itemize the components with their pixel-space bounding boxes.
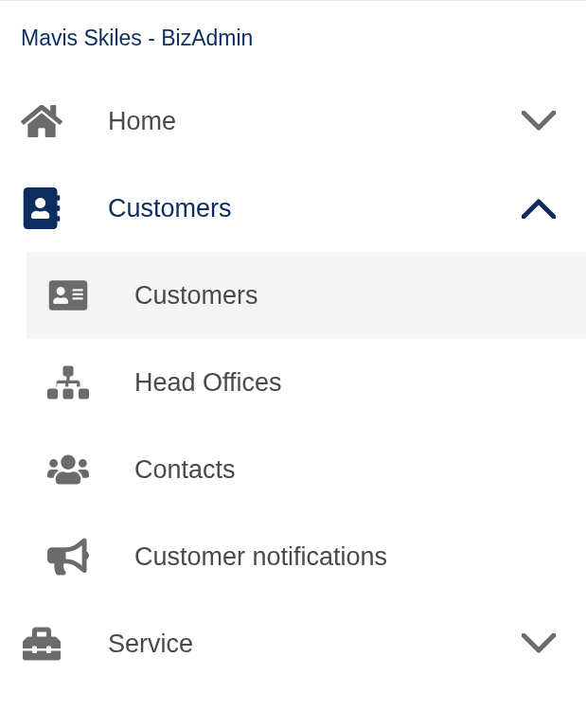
nav-item-customers-label: Customers <box>108 194 520 223</box>
address-book-icon <box>21 187 62 229</box>
sitemap-icon <box>47 362 89 403</box>
nav-item-service-label: Service <box>108 630 520 659</box>
chevron-up-icon <box>520 189 558 227</box>
sub-nav-contacts[interactable]: Contacts <box>27 426 586 513</box>
sub-nav-customers[interactable]: Customers <box>27 252 586 339</box>
users-icon <box>47 449 89 490</box>
bullhorn-icon <box>47 536 89 577</box>
sub-nav-customers-label: Customers <box>134 281 565 311</box>
sub-nav-head-offices[interactable]: Head Offices <box>27 339 586 426</box>
customers-submenu: Customers Head Offices Contacts <box>0 252 586 600</box>
nav-item-home-label: Home <box>108 107 520 136</box>
sub-nav-notifications[interactable]: Customer notifications <box>27 513 586 600</box>
home-icon <box>21 100 62 142</box>
id-card-icon <box>47 275 89 316</box>
sub-nav-notifications-label: Customer notifications <box>134 542 565 572</box>
nav-item-customers[interactable]: Customers <box>0 165 586 252</box>
nav-item-service[interactable]: Service <box>0 600 586 687</box>
nav-item-home[interactable]: Home <box>0 78 586 165</box>
sub-nav-contacts-label: Contacts <box>134 455 565 485</box>
sub-nav-head-offices-label: Head Offices <box>134 368 565 398</box>
user-role-header: Mavis Skiles - BizAdmin <box>0 9 586 78</box>
chevron-down-icon <box>520 102 558 140</box>
toolbox-icon <box>21 623 62 665</box>
chevron-down-icon <box>520 625 558 663</box>
